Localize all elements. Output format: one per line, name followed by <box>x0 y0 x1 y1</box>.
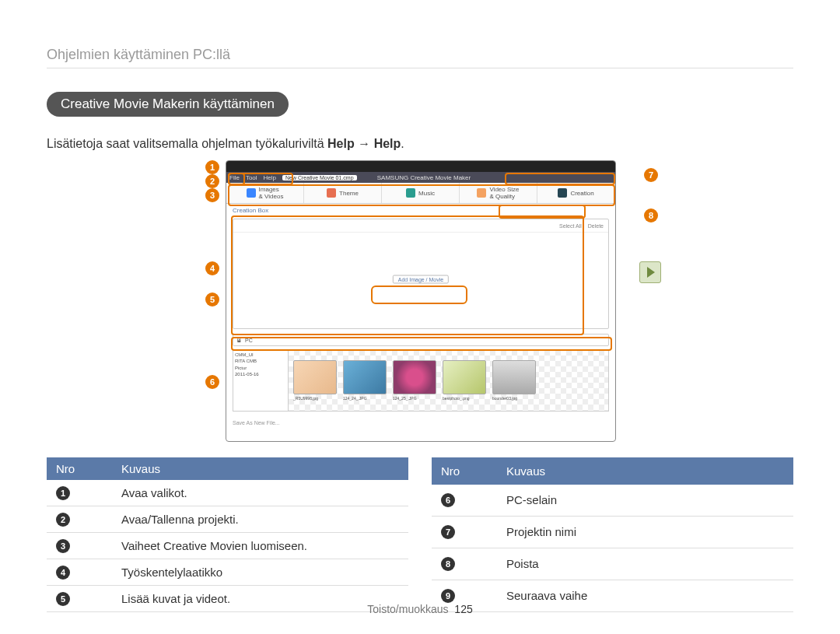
callout-8: 8 <box>644 208 658 222</box>
theme-icon <box>327 188 336 198</box>
pc-icon: 🖥 <box>236 338 242 343</box>
table-row: 4Työskentelylaatikko <box>47 559 408 586</box>
row-badge: 1 <box>56 486 70 500</box>
thumb-caption: bounder03.jpg <box>492 396 534 401</box>
step-tabs: Images & Videos Theme Music Video Size &… <box>226 183 615 204</box>
row-badge: 7 <box>441 525 455 539</box>
row-desc: Poista <box>497 548 793 580</box>
table-row: 2Avaa/Tallenna projekti. <box>47 506 408 533</box>
callout-6: 6 <box>205 375 219 389</box>
app-brand: SAMSUNG Creative Movie Maker <box>377 174 471 181</box>
callout-4: 4 <box>205 261 219 275</box>
intro-help-path: Help → Help <box>327 137 401 150</box>
description-table-left: NroKuvaus 1Avaa valikot. 2Avaa/Tallenna … <box>47 457 408 612</box>
images-icon <box>247 188 256 198</box>
intro-pre: Lisätietoja saat valitsemalla ohjelman t… <box>47 137 327 150</box>
tab-label: Video Size & Quality <box>489 186 519 200</box>
tab-images-videos[interactable]: Images & Videos <box>226 183 304 203</box>
menu-tool[interactable]: Tool <box>246 174 257 181</box>
row-badge: 4 <box>56 566 70 580</box>
select-all-button[interactable]: Select All <box>559 223 582 229</box>
tab-label: Creation <box>570 190 593 197</box>
tab-video-size[interactable]: Video Size & Quality <box>460 183 537 203</box>
tab-music[interactable]: Music <box>382 183 460 203</box>
app-window: File Tool Help SAMSUNG Creative Movie Ma… <box>226 160 616 442</box>
tree-item[interactable]: CMM_UI <box>235 352 286 358</box>
row-desc: PC-selain <box>497 485 793 516</box>
tree-item[interactable]: RITA CMB <box>235 358 286 364</box>
creation-box-label: Creation Box <box>226 204 615 217</box>
callout-2: 2 <box>205 174 219 188</box>
thumb-image <box>343 360 387 394</box>
section-title-pill: Creative Movie Makerin käyttäminen <box>47 92 289 117</box>
thumb-image <box>393 360 436 394</box>
tab-label: Images & Videos <box>259 186 284 200</box>
creation-icon <box>558 188 567 198</box>
callout-5: 5 <box>205 292 219 306</box>
row-desc: Projektin nimi <box>497 516 793 548</box>
row-desc: Vaiheet Creative Movien luomiseen. <box>112 533 408 559</box>
intro-text: Lisätietoja saat valitsemalla ohjelman t… <box>47 137 793 151</box>
save-as-new-file[interactable]: Save As New File... <box>226 418 615 428</box>
row-badge: 8 <box>441 557 455 571</box>
page-footer: Toisto/muokkaus 125 <box>0 603 840 615</box>
next-step-play-icon <box>639 261 661 283</box>
row-badge: 9 <box>441 589 455 603</box>
col-nro: Nro <box>432 457 497 485</box>
col-kuvaus: Kuvaus <box>497 457 793 485</box>
footer-section: Toisto/muokkaus <box>367 603 448 615</box>
row-badge: 3 <box>56 539 70 553</box>
add-image-movie-button[interactable]: Add Image / Movie <box>393 275 449 284</box>
window-titlebar <box>226 161 615 172</box>
footer-page-number: 125 <box>454 603 472 615</box>
description-table-right: NroKuvaus 6PC-selain 7Projektin nimi 8Po… <box>432 457 793 612</box>
row-desc: Työskentelylaatikko <box>112 559 408 586</box>
row-desc: Avaa valikot. <box>112 480 408 506</box>
callout-1: 1 <box>205 160 219 174</box>
delete-button[interactable]: Delete <box>588 223 604 229</box>
menu-file[interactable]: File <box>229 174 240 181</box>
table-row: 3Vaiheet Creative Movien luomiseen. <box>47 533 408 559</box>
row-badge: 6 <box>441 493 455 507</box>
tab-creation[interactable]: Creation <box>537 183 615 203</box>
music-icon <box>406 188 415 198</box>
menu-help[interactable]: Help <box>264 174 276 181</box>
callout-7: 7 <box>644 168 658 182</box>
thumbnail[interactable]: bounder03.jpg <box>492 360 534 401</box>
thumbnail[interactable]: 124_25_.JPG <box>393 360 435 401</box>
tree-item[interactable]: 2011-05-16 <box>235 371 286 377</box>
table-row: 6PC-selain <box>432 485 793 516</box>
col-nro: Nro <box>47 457 112 480</box>
tab-label: Music <box>418 190 435 197</box>
pc-browser: CMM_UI RITA CMB Pictur 2011-05-16 _R5U99… <box>233 349 609 412</box>
thumb-image <box>443 360 486 394</box>
table-row: 8Poista <box>432 548 793 580</box>
table-row: 1Avaa valikot. <box>47 480 408 506</box>
project-name-chip[interactable]: New Creative Movie 01.cmp <box>282 175 357 180</box>
menu-bar: File Tool Help SAMSUNG Creative Movie Ma… <box>226 172 615 183</box>
description-tables: NroKuvaus 1Avaa valikot. 2Avaa/Tallenna … <box>47 457 793 612</box>
thumb-caption: bestphoto_.png <box>443 396 485 401</box>
thumbnail-strip: _R5U9998.jpg 124_24_.JPG 124_25_.JPG bes… <box>289 349 609 412</box>
thumbnail[interactable]: bestphoto_.png <box>443 360 485 401</box>
row-badge: 2 <box>56 513 70 527</box>
thumb-caption: _R5U9998.jpg <box>293 396 335 401</box>
tab-label: Theme <box>339 190 359 197</box>
thumb-caption: 124_24_.JPG <box>343 396 385 401</box>
col-kuvaus: Kuvaus <box>112 457 408 480</box>
thumbnail[interactable]: _R5U9998.jpg <box>293 360 335 401</box>
tree-item[interactable]: Pictur <box>235 365 286 371</box>
table-row: 7Projektin nimi <box>432 516 793 548</box>
folder-tree[interactable]: CMM_UI RITA CMB Pictur 2011-05-16 <box>233 349 289 412</box>
intro-post: . <box>401 137 404 150</box>
thumb-image <box>293 360 337 394</box>
tab-theme[interactable]: Theme <box>304 183 382 203</box>
manual-page: Ohjelmien käyttäminen PC:llä Creative Mo… <box>0 0 840 634</box>
thumb-caption: 124_25_.JPG <box>393 396 435 401</box>
pc-path-bar[interactable]: 🖥 PC <box>233 334 609 346</box>
video-size-icon <box>477 188 486 198</box>
thumb-image <box>492 360 536 394</box>
app-screenshot: 1 2 3 4 5 6 7 8 9 File Tool Help SAMSUNG… <box>210 160 630 442</box>
creation-box[interactable]: Select All Delete Add Image / Movie <box>233 219 609 329</box>
thumbnail[interactable]: 124_24_.JPG <box>343 360 385 401</box>
